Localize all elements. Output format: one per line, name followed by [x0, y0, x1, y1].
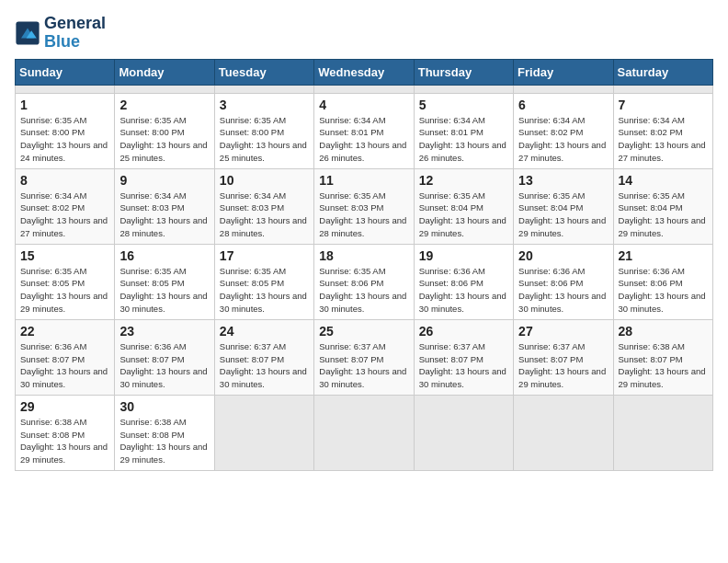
calendar-cell: 9Sunrise: 6:34 AMSunset: 8:03 PMDaylight…: [115, 168, 214, 244]
calendar-cell: 28Sunrise: 6:38 AMSunset: 8:07 PMDayligh…: [613, 319, 712, 395]
calendar-cell: [214, 85, 313, 93]
calendar-cell: 20Sunrise: 6:36 AMSunset: 8:06 PMDayligh…: [514, 244, 613, 319]
calendar-cell: 2Sunrise: 6:35 AMSunset: 8:00 PMDaylight…: [115, 93, 214, 168]
day-info: Sunrise: 6:35 AMSunset: 8:04 PMDaylight:…: [419, 190, 508, 240]
day-info: Sunrise: 6:38 AMSunset: 8:07 PMDaylight:…: [619, 340, 708, 391]
day-info: Sunrise: 6:38 AMSunset: 8:08 PMDaylight:…: [20, 416, 109, 466]
calendar-cell: 19Sunrise: 6:36 AMSunset: 8:06 PMDayligh…: [414, 244, 513, 319]
calendar-cell: [414, 85, 513, 93]
day-number: 17: [220, 248, 309, 263]
calendar-cell: 1Sunrise: 6:35 AMSunset: 8:00 PMDaylight…: [16, 93, 115, 168]
weekday-header-row: SundayMondayTuesdayWednesdayThursdayFrid…: [16, 59, 713, 85]
calendar-cell: 5Sunrise: 6:34 AMSunset: 8:01 PMDaylight…: [414, 93, 513, 168]
day-info: Sunrise: 6:35 AMSunset: 8:00 PMDaylight:…: [119, 114, 209, 165]
day-number: 22: [20, 324, 109, 339]
day-number: 4: [319, 98, 408, 112]
day-info: Sunrise: 6:34 AMSunset: 8:01 PMDaylight:…: [419, 114, 508, 165]
calendar-cell: 25Sunrise: 6:37 AMSunset: 8:07 PMDayligh…: [314, 319, 414, 395]
day-info: Sunrise: 6:35 AMSunset: 8:06 PMDaylight:…: [319, 265, 408, 316]
calendar-cell: [613, 85, 712, 93]
day-number: 15: [20, 248, 109, 263]
weekday-header: Tuesday: [214, 59, 313, 85]
day-number: 14: [619, 173, 708, 188]
day-info: Sunrise: 6:35 AMSunset: 8:00 PMDaylight:…: [220, 114, 309, 165]
calendar-cell: 12Sunrise: 6:35 AMSunset: 8:04 PMDayligh…: [414, 168, 513, 244]
calendar-row: 8Sunrise: 6:34 AMSunset: 8:02 PMDaylight…: [16, 168, 713, 244]
day-number: 27: [518, 324, 608, 339]
calendar-row: 1Sunrise: 6:35 AMSunset: 8:00 PMDaylight…: [16, 93, 713, 168]
calendar-cell: 6Sunrise: 6:34 AMSunset: 8:02 PMDaylight…: [514, 93, 613, 168]
day-number: 10: [220, 173, 309, 188]
day-number: 1: [20, 98, 109, 112]
day-info: Sunrise: 6:35 AMSunset: 8:05 PMDaylight:…: [20, 265, 109, 316]
day-number: 18: [319, 248, 408, 263]
day-info: Sunrise: 6:36 AMSunset: 8:07 PMDaylight:…: [119, 340, 209, 391]
day-info: Sunrise: 6:37 AMSunset: 8:07 PMDaylight:…: [319, 340, 408, 391]
day-number: 30: [119, 399, 209, 414]
day-info: Sunrise: 6:38 AMSunset: 8:08 PMDaylight:…: [119, 416, 209, 466]
day-number: 13: [518, 173, 608, 188]
day-info: Sunrise: 6:36 AMSunset: 8:07 PMDaylight:…: [20, 340, 109, 391]
weekday-header: Sunday: [16, 59, 115, 85]
calendar-row: 29Sunrise: 6:38 AMSunset: 8:08 PMDayligh…: [16, 395, 713, 470]
calendar-cell: [414, 395, 513, 470]
day-number: 12: [419, 173, 508, 188]
calendar-cell: 14Sunrise: 6:35 AMSunset: 8:04 PMDayligh…: [613, 168, 712, 244]
calendar-cell: [613, 395, 712, 470]
day-info: Sunrise: 6:37 AMSunset: 8:07 PMDaylight:…: [518, 340, 608, 391]
weekday-header: Wednesday: [314, 59, 414, 85]
calendar-cell: 16Sunrise: 6:35 AMSunset: 8:05 PMDayligh…: [115, 244, 214, 319]
weekday-header: Thursday: [414, 59, 513, 85]
day-number: 19: [419, 248, 508, 263]
day-info: Sunrise: 6:36 AMSunset: 8:06 PMDaylight:…: [619, 265, 708, 316]
day-number: 11: [319, 173, 408, 188]
calendar-cell: 18Sunrise: 6:35 AMSunset: 8:06 PMDayligh…: [314, 244, 414, 319]
day-number: 25: [319, 324, 408, 339]
calendar-cell: [514, 85, 613, 93]
day-number: 26: [419, 324, 508, 339]
calendar-cell: 13Sunrise: 6:35 AMSunset: 8:04 PMDayligh…: [514, 168, 613, 244]
day-info: Sunrise: 6:35 AMSunset: 8:04 PMDaylight:…: [518, 190, 608, 240]
calendar-cell: 22Sunrise: 6:36 AMSunset: 8:07 PMDayligh…: [16, 319, 115, 395]
day-info: Sunrise: 6:35 AMSunset: 8:00 PMDaylight:…: [20, 114, 109, 165]
day-number: 9: [119, 173, 209, 188]
day-info: Sunrise: 6:35 AMSunset: 8:05 PMDaylight:…: [119, 265, 209, 316]
day-number: 16: [119, 248, 209, 263]
day-number: 24: [220, 324, 309, 339]
calendar-row: 15Sunrise: 6:35 AMSunset: 8:05 PMDayligh…: [16, 244, 713, 319]
calendar-cell: 17Sunrise: 6:35 AMSunset: 8:05 PMDayligh…: [214, 244, 313, 319]
calendar-cell: 3Sunrise: 6:35 AMSunset: 8:00 PMDaylight…: [214, 93, 313, 168]
day-number: 5: [419, 98, 508, 112]
calendar-row: [16, 85, 713, 93]
calendar-cell: 10Sunrise: 6:34 AMSunset: 8:03 PMDayligh…: [214, 168, 313, 244]
calendar-cell: 29Sunrise: 6:38 AMSunset: 8:08 PMDayligh…: [16, 395, 115, 470]
day-info: Sunrise: 6:34 AMSunset: 8:03 PMDaylight:…: [119, 190, 209, 240]
day-number: 29: [20, 399, 109, 414]
day-info: Sunrise: 6:37 AMSunset: 8:07 PMDaylight:…: [419, 340, 508, 391]
day-number: 7: [619, 98, 708, 112]
day-info: Sunrise: 6:34 AMSunset: 8:02 PMDaylight:…: [20, 190, 109, 240]
day-number: 20: [518, 248, 608, 263]
day-info: Sunrise: 6:34 AMSunset: 8:02 PMDaylight:…: [619, 114, 708, 165]
day-info: Sunrise: 6:34 AMSunset: 8:02 PMDaylight:…: [518, 114, 608, 165]
calendar-cell: 24Sunrise: 6:37 AMSunset: 8:07 PMDayligh…: [214, 319, 313, 395]
weekday-header: Friday: [514, 59, 613, 85]
weekday-header: Saturday: [613, 59, 712, 85]
calendar-cell: [514, 395, 613, 470]
day-number: 21: [619, 248, 708, 263]
logo-icon: [15, 20, 40, 46]
day-info: Sunrise: 6:37 AMSunset: 8:07 PMDaylight:…: [220, 340, 309, 391]
calendar-cell: 30Sunrise: 6:38 AMSunset: 8:08 PMDayligh…: [115, 395, 214, 470]
calendar-cell: 21Sunrise: 6:36 AMSunset: 8:06 PMDayligh…: [613, 244, 712, 319]
day-info: Sunrise: 6:35 AMSunset: 8:03 PMDaylight:…: [319, 190, 408, 240]
day-number: 3: [220, 98, 309, 112]
day-number: 23: [119, 324, 209, 339]
day-info: Sunrise: 6:36 AMSunset: 8:06 PMDaylight:…: [518, 265, 608, 316]
day-number: 2: [119, 98, 209, 112]
day-info: Sunrise: 6:34 AMSunset: 8:03 PMDaylight:…: [220, 190, 309, 240]
day-number: 6: [518, 98, 608, 112]
calendar-cell: 11Sunrise: 6:35 AMSunset: 8:03 PMDayligh…: [314, 168, 414, 244]
calendar-cell: 26Sunrise: 6:37 AMSunset: 8:07 PMDayligh…: [414, 319, 513, 395]
calendar-cell: 15Sunrise: 6:35 AMSunset: 8:05 PMDayligh…: [16, 244, 115, 319]
day-info: Sunrise: 6:36 AMSunset: 8:06 PMDaylight:…: [419, 265, 508, 316]
